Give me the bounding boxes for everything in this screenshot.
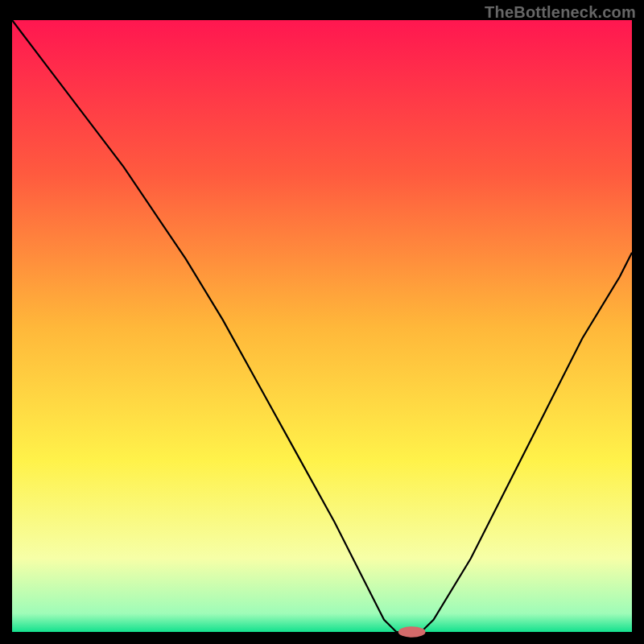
chart-canvas [0,0,644,644]
watermark-text: TheBottleneck.com [485,3,636,22]
optimal-point-marker [398,626,426,638]
plot-background [12,20,632,632]
